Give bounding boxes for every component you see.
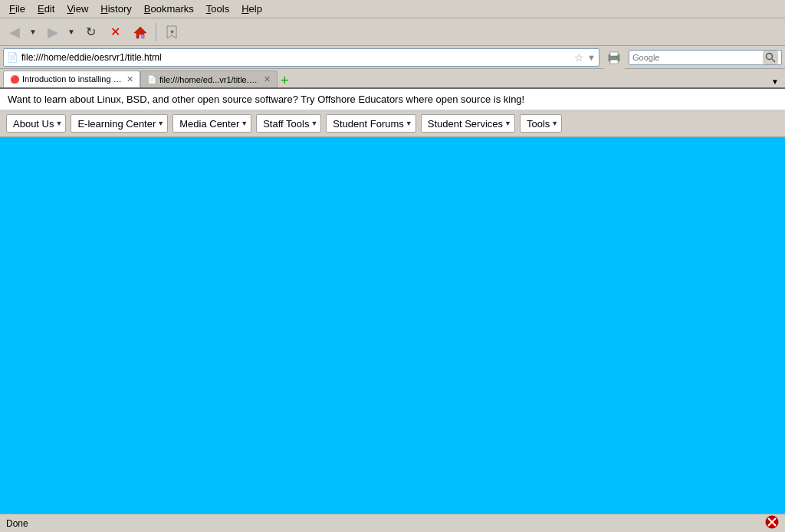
- bookmark-button[interactable]: ★: [160, 21, 183, 44]
- svg-rect-1: [141, 34, 144, 38]
- address-input-wrap: 📄 ☆ ▼: [3, 48, 599, 67]
- home-button[interactable]: [129, 21, 152, 44]
- nav-elearning[interactable]: E-learning Center ▼: [71, 114, 168, 133]
- svg-text:★: ★: [169, 28, 175, 35]
- tabs-bar: 🔴 Introduction to installing we... ✕ 📄 f…: [0, 69, 785, 89]
- svg-rect-4: [610, 60, 618, 64]
- nav-tools-label: Tools: [527, 118, 550, 130]
- tab-1-title: Introduction to installing we...: [22, 74, 122, 84]
- new-tab-button[interactable]: +: [278, 74, 292, 87]
- nav-media-center-label: Media Center: [179, 118, 239, 130]
- tab-2-favicon: 📄: [147, 75, 156, 84]
- tab-2-close[interactable]: ✕: [264, 74, 271, 84]
- nav-staff-tools-label: Staff Tools: [263, 118, 309, 130]
- menu-view[interactable]: View: [61, 2, 94, 16]
- toolbar-separator-1: [156, 23, 156, 41]
- nav-media-center[interactable]: Media Center ▼: [172, 114, 251, 133]
- nav-about-us-arrow: ▼: [55, 120, 62, 127]
- svg-line-8: [772, 59, 775, 62]
- status-text: Done: [6, 518, 28, 529]
- svg-point-7: [767, 53, 773, 59]
- tab-2-title: file:///home/ed...vr1/title.html: [159, 75, 259, 84]
- back-dropdown-button[interactable]: ▼: [26, 21, 40, 44]
- status-bar: Done: [0, 514, 785, 532]
- tabs-overflow-button[interactable]: ▼: [768, 76, 782, 87]
- tab-1-favicon: 🔴: [10, 75, 19, 84]
- menu-history[interactable]: History: [94, 2, 137, 16]
- forward-dropdown-button[interactable]: ▼: [64, 21, 78, 44]
- banner-text: Want to learn about Linux, BSD, and othe…: [8, 94, 524, 105]
- bookmark-star-icon[interactable]: ☆: [574, 51, 584, 64]
- nav-elearning-label: E-learning Center: [77, 118, 156, 130]
- menu-file[interactable]: File: [3, 2, 31, 16]
- nav-student-forums-arrow: ▼: [406, 120, 412, 127]
- tab-1-close[interactable]: ✕: [126, 74, 133, 84]
- menu-help[interactable]: Help: [235, 2, 268, 16]
- menu-tools[interactable]: Tools: [200, 2, 235, 16]
- stop-button[interactable]: ✕: [104, 21, 127, 44]
- menu-bookmarks[interactable]: Bookmarks: [138, 2, 200, 16]
- nav-media-center-arrow: ▼: [241, 120, 248, 127]
- svg-marker-0: [134, 27, 146, 38]
- back-forward-group: ◀ ▼: [3, 21, 40, 44]
- nav-student-services-label: Student Services: [428, 118, 503, 130]
- nav-student-services[interactable]: Student Services ▼: [421, 114, 515, 133]
- search-input[interactable]: [632, 53, 763, 62]
- nav-tools-arrow: ▼: [551, 120, 558, 127]
- tab-2[interactable]: 📄 file:///home/ed...vr1/title.html ✕: [140, 71, 278, 87]
- location-icon: 📄: [7, 52, 18, 63]
- browser-window: File Edit View History Bookmarks Tools H…: [0, 0, 785, 532]
- nav-student-services-arrow: ▼: [504, 120, 511, 127]
- nav-elearning-arrow: ▼: [157, 120, 164, 127]
- search-input-wrap: [629, 50, 782, 65]
- address-bar: 📄 ☆ ▼: [0, 46, 785, 69]
- back-button[interactable]: ◀: [3, 21, 26, 44]
- print-button[interactable]: [603, 46, 626, 69]
- dropdown-arrow-address[interactable]: ▼: [587, 53, 596, 62]
- nav-menu-bar: About Us ▼ E-learning Center ▼ Media Cen…: [0, 110, 785, 137]
- menu-edit[interactable]: Edit: [31, 2, 61, 16]
- security-icon: [765, 515, 779, 532]
- reload-button[interactable]: ↻: [80, 21, 103, 44]
- search-button[interactable]: [763, 51, 778, 64]
- nav-student-forums-label: Student Forums: [333, 118, 404, 130]
- nav-staff-tools-arrow: ▼: [310, 120, 317, 127]
- svg-rect-5: [610, 52, 618, 56]
- nav-student-forums[interactable]: Student Forums ▼: [326, 114, 415, 133]
- forward-button[interactable]: ▶: [41, 21, 64, 44]
- nav-about-us[interactable]: About Us ▼: [6, 114, 66, 133]
- navigation-toolbar: ◀ ▼ ▶ ▼ ↻ ✕ ★: [0, 18, 785, 46]
- tab-1[interactable]: 🔴 Introduction to installing we... ✕: [3, 71, 140, 87]
- address-input[interactable]: [21, 52, 571, 63]
- forward-group: ▶ ▼: [41, 21, 78, 44]
- main-content: [0, 137, 785, 532]
- nav-tools[interactable]: Tools ▼: [520, 114, 562, 133]
- banner: Want to learn about Linux, BSD, and othe…: [0, 89, 785, 110]
- nav-staff-tools[interactable]: Staff Tools ▼: [256, 114, 321, 133]
- svg-point-6: [616, 55, 619, 57]
- menu-bar: File Edit View History Bookmarks Tools H…: [0, 0, 785, 18]
- nav-about-us-label: About Us: [13, 118, 54, 130]
